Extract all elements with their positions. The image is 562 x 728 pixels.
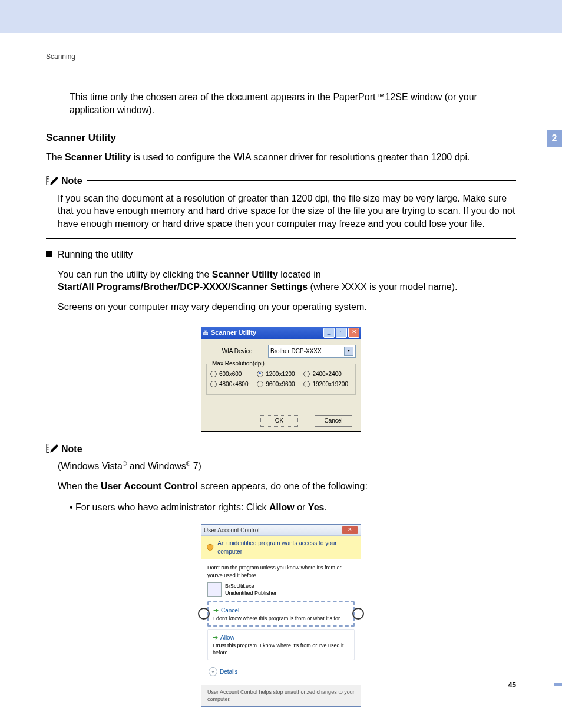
wia-device-label: WIA Device (206, 347, 268, 355)
printer-icon: 🖶 (203, 329, 209, 337)
app-icon (207, 582, 222, 597)
intro-paragraph: This time only the chosen area of the do… (70, 91, 517, 116)
max-resolution-group: Max Resolution(dpi) 600x600 1200x1200 24… (206, 364, 356, 395)
uac-warning: Don't run the program unless you know wh… (207, 564, 355, 578)
top-header-bar (0, 0, 562, 33)
uac-footer: User Account Control helps stop unauthor… (201, 685, 361, 706)
radio-9600[interactable]: 9600x9600 (257, 380, 303, 388)
radio-4800[interactable]: 4800x4800 (210, 380, 257, 388)
note-title: Note (61, 174, 82, 187)
svg-text:!: ! (210, 544, 211, 550)
uac-allow-option[interactable]: ➔Allow I trust this program. I know wher… (207, 629, 355, 660)
scanner-utility-desc: The Scanner Utility is used to configure… (46, 151, 516, 164)
dropdown-arrow-icon[interactable]: ▾ (344, 347, 353, 356)
running-utility-row: Running the utility (46, 248, 516, 261)
square-bullet-icon (46, 251, 52, 257)
admin-bullet: • For users who have administrator right… (70, 501, 516, 514)
running-text-1: You can run the utility by clicking the … (58, 268, 516, 294)
running-text-2: Screens on your computer may vary depend… (58, 301, 516, 314)
app-name: BrScUtil.exe (225, 582, 277, 589)
radio-19200[interactable]: 19200x19200 (303, 380, 350, 388)
page-number: 45 (508, 680, 516, 690)
note-block-1: Note If you scan the document at a resol… (46, 174, 516, 239)
group-title: Max Resolution(dpi) (210, 360, 266, 368)
note2-body: (Windows Vista® and Windows® 7) When the… (58, 460, 516, 493)
scanner-utility-dialog: 🖶 Scanner Utility _ ▫ ✕ WIA Device Broth… (201, 327, 361, 432)
radio-2400[interactable]: 2400x2400 (303, 370, 350, 378)
note1-body: If you scan the document at a resolution… (58, 192, 516, 230)
wia-device-value: Brother DCP-XXXX (270, 347, 322, 355)
minimize-button[interactable]: _ (323, 328, 335, 338)
note-rule (87, 180, 516, 181)
cancel-button[interactable]: Cancel (315, 415, 352, 427)
running-title: Running the utility (58, 248, 133, 261)
uac-title: User Account Control (204, 526, 260, 535)
radio-600[interactable]: 600x600 (210, 370, 257, 378)
chevron-down-icon: ⌄ (209, 667, 217, 676)
intro-text: This time only the chosen area of the do… (70, 92, 477, 115)
uac-details-toggle[interactable]: ⌄ Details (207, 663, 355, 680)
note-pencil-icon (46, 175, 59, 187)
note-block-2: Note (Windows Vista® and Windows® 7) Whe… (46, 443, 516, 514)
note-title: Note (61, 443, 82, 456)
dialog1-title: Scanner Utility (209, 328, 323, 337)
svg-rect-0 (47, 176, 49, 185)
uac-banner-text: An unidentified program wants access to … (217, 539, 356, 555)
maximize-button[interactable]: ▫ (336, 328, 347, 338)
close-button[interactable]: ✕ (348, 328, 359, 338)
wia-device-select[interactable]: Brother DCP-XXXX ▾ (268, 345, 356, 358)
note-rule (87, 449, 516, 449)
svg-rect-4 (47, 444, 49, 453)
section-breadcrumb: Scanning (46, 52, 516, 61)
uac-dialog: User Account Control ✕ ! An unidentified… (201, 524, 361, 707)
radio-1200[interactable]: 1200x1200 (257, 370, 303, 378)
note-pencil-icon (46, 443, 59, 454)
uac-cancel-option[interactable]: ➔Cancel I don't know where this program … (207, 601, 355, 627)
scanner-utility-heading: Scanner Utility (46, 131, 516, 145)
side-accent (554, 683, 562, 686)
uac-close-button[interactable]: ✕ (342, 526, 358, 534)
app-publisher: Unidentified Publisher (225, 589, 277, 597)
shield-warning-icon: ! (206, 543, 214, 552)
ok-button[interactable]: OK (260, 415, 298, 427)
